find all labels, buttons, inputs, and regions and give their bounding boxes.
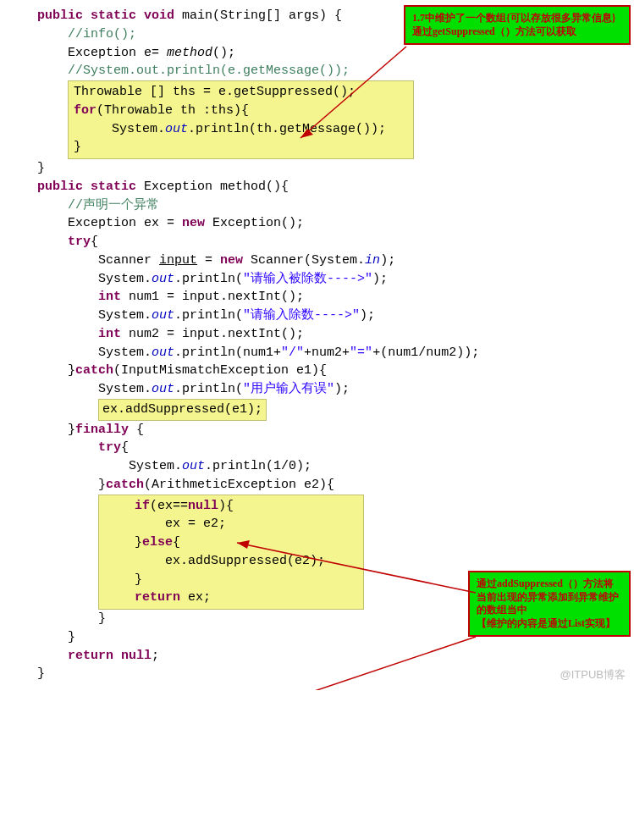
annotation-text: 1.7中维护了一个数组{可以存放很多异常信息} — [412, 12, 622, 25]
annotation-text: 通过getSuppressed（）方法可以获取 — [412, 25, 622, 39]
watermark: @ITPUB博客 — [560, 667, 626, 683]
highlight-addsuppressed-1: ex.addSuppressed(e1); — [98, 399, 267, 421]
annotation-box-2: 通过addSuppressed（）方法将当前出现的异常添加到异常维护的数组当中 … — [468, 571, 631, 637]
annotation-box-1: 1.7中维护了一个数组{可以存放很多异常信息} 通过getSuppressed（… — [404, 5, 631, 45]
annotation-text: 通过addSuppressed（）方法将当前出现的异常添加到异常维护的数组当中 — [477, 578, 622, 617]
annotation-text: 【维护的内容是通过List实现】 — [477, 617, 622, 631]
highlight-getsuppressed: Throwable [] ths = e.getSuppressed(); fo… — [68, 80, 414, 159]
highlight-addsuppressed-2: if(ex==null){ ex = e2; }else{ ex.addSupp… — [98, 495, 364, 611]
